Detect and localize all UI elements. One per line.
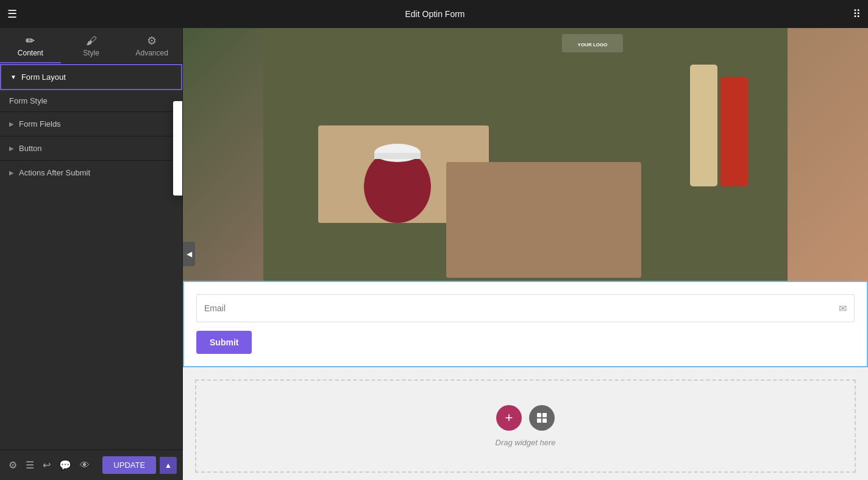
svg-rect-7 [720, 77, 748, 186]
tab-advanced[interactable]: ⚙ Advanced [121, 28, 182, 63]
form-style-row: Form Style ✓ Default Style Form Style-1 [0, 90, 182, 111]
submit-button[interactable]: Submit [196, 331, 252, 354]
form-layout-label: Form Layout [21, 72, 66, 82]
settings-icon[interactable]: ⚙ [6, 457, 20, 473]
bottom-bar: ⚙ ☰ ↩ 💬 👁 UPDATE ▲ [0, 450, 183, 480]
grid-icon[interactable]: ⠿ [853, 7, 861, 21]
svg-rect-10 [537, 413, 541, 417]
add-widget-button[interactable]: + [496, 405, 522, 431]
email-input[interactable] [204, 303, 839, 313]
form-widget-area: ✉ Submit [183, 281, 868, 367]
svg-rect-11 [542, 413, 547, 417]
form-fields-section[interactable]: ▶ Form Fields [0, 112, 182, 136]
svg-rect-6 [690, 65, 717, 186]
history-icon[interactable]: ↩ [40, 457, 53, 473]
widget-library-button[interactable] [529, 405, 555, 431]
drop-zone: + Drag widget here [195, 379, 856, 473]
chat-icon[interactable]: 💬 [57, 457, 74, 473]
update-arrow-button[interactable]: ▲ [160, 457, 177, 474]
layers-icon[interactable]: ☰ [23, 457, 37, 473]
canvas-area: YOUR LOGO ✉ Submit + [183, 28, 868, 480]
header-title: Edit Optin Form [405, 9, 464, 19]
svg-rect-13 [542, 418, 547, 423]
hero-image: YOUR LOGO [183, 28, 868, 281]
form-style-label: Form Style [9, 96, 173, 105]
update-button[interactable]: UPDATE [102, 456, 156, 474]
chevron-right-icon-fields: ▶ [9, 121, 14, 127]
tab-style-label: Style [83, 49, 99, 57]
palette-icon: 🖌 [86, 35, 97, 48]
chevron-right-icon-button: ▶ [9, 145, 14, 152]
sidebar-collapse-handle[interactable]: ◀ [183, 242, 195, 266]
check-icon: ✓ [182, 106, 182, 115]
svg-rect-12 [537, 418, 541, 423]
tab-content[interactable]: ✏ Content [0, 28, 61, 63]
eye-icon[interactable]: 👁 [77, 457, 92, 473]
chevron-down-icon: ▼ [10, 74, 16, 80]
drop-label: Drag widget here [496, 438, 556, 447]
dropdown-menu: ✓ Default Style Form Style-1 Form Style-… [173, 101, 182, 196]
tab-content-label: Content [18, 49, 43, 57]
gear-icon: ⚙ [147, 34, 157, 48]
dropdown-item-style4[interactable]: Form Style-4 [173, 177, 182, 196]
actions-label: Actions After Submit [19, 168, 90, 177]
dropdown-item-style3[interactable]: Form Style-3 [173, 158, 182, 177]
drop-zone-icons: + [496, 405, 555, 431]
chevron-right-icon-actions: ▶ [9, 169, 14, 176]
form-fields-label: Form Fields [19, 119, 61, 129]
svg-rect-2 [446, 162, 641, 278]
button-section[interactable]: ▶ Button [0, 136, 182, 160]
tab-style[interactable]: 🖌 Style [61, 28, 122, 63]
pencil-icon: ✏ [26, 34, 35, 48]
svg-text:YOUR LOGO: YOUR LOGO [578, 42, 608, 48]
svg-rect-5 [374, 153, 421, 159]
widget-icon [536, 412, 547, 423]
email-input-row: ✉ [196, 294, 855, 322]
burger-icon[interactable]: ☰ [7, 7, 17, 21]
dropdown-item-style1[interactable]: Form Style-1 [173, 120, 182, 139]
form-layout-section[interactable]: ▼ Form Layout [0, 64, 182, 90]
actions-section[interactable]: ▶ Actions After Submit [0, 161, 182, 185]
dropdown-item-default[interactable]: ✓ Default Style [173, 101, 182, 120]
email-icon: ✉ [839, 303, 847, 314]
hero-svg: YOUR LOGO [263, 28, 788, 281]
button-label: Button [19, 144, 42, 153]
dropdown-item-style2[interactable]: Form Style-2 [173, 139, 182, 158]
hero-overlay: YOUR LOGO [183, 28, 868, 281]
tab-advanced-label: Advanced [135, 49, 168, 57]
tab-bar: ✏ Content 🖌 Style ⚙ Advanced [0, 28, 182, 64]
